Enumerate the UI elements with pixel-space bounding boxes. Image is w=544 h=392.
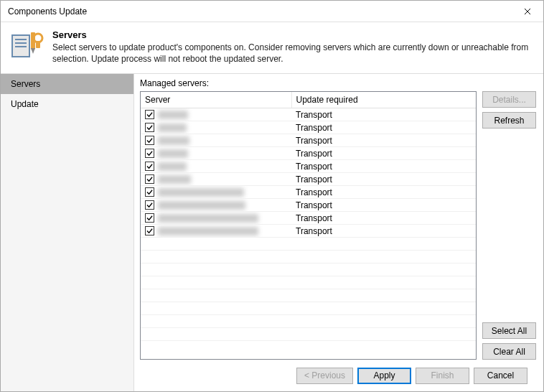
server-cell	[141, 160, 291, 173]
table-row[interactable]: Transport	[141, 186, 476, 199]
side-buttons: Details... Refresh Select All Clear All	[482, 91, 536, 360]
server-cell	[141, 121, 291, 134]
update-required-cell: Transport	[291, 199, 476, 212]
server-checkbox[interactable]	[145, 187, 154, 197]
previous-button[interactable]: < Previous	[296, 368, 353, 384]
table-row	[141, 263, 476, 276]
table-row[interactable]: Transport	[141, 212, 476, 225]
col-server[interactable]: Server	[141, 92, 291, 108]
spacer	[482, 133, 536, 318]
table-row	[141, 238, 476, 251]
table-row[interactable]: Transport	[141, 199, 476, 212]
check-icon	[146, 228, 153, 234]
servers-table: Server Update required TransportTranspor…	[141, 92, 476, 341]
check-icon	[146, 176, 153, 182]
table-row[interactable]: Transport	[141, 225, 476, 238]
window-title: Components Update	[8, 6, 87, 17]
sidebar: ServersUpdate	[1, 74, 134, 391]
check-icon	[146, 150, 153, 157]
server-update-icon	[9, 28, 44, 62]
server-checkbox[interactable]	[145, 123, 154, 132]
update-required-cell: Transport	[291, 160, 476, 173]
update-required-cell: Transport	[291, 186, 476, 199]
server-cell	[141, 108, 291, 121]
server-cell	[141, 225, 291, 238]
update-required-cell: Transport	[291, 108, 476, 121]
finish-button[interactable]: Finish	[416, 368, 469, 384]
server-cell	[141, 134, 291, 147]
server-name-redacted	[158, 136, 189, 145]
body: ServersUpdate Managed servers: Server Up…	[1, 73, 543, 391]
update-required-cell: Transport	[291, 121, 476, 134]
table-row	[141, 276, 476, 289]
server-cell	[141, 212, 291, 225]
server-cell	[141, 199, 291, 212]
update-required-cell: Transport	[291, 134, 476, 147]
table-row	[141, 302, 476, 315]
servers-table-wrap[interactable]: Server Update required TransportTranspor…	[140, 91, 477, 360]
check-icon	[146, 163, 153, 169]
server-checkbox[interactable]	[145, 110, 154, 119]
table-row[interactable]: Transport	[141, 147, 476, 160]
table-row	[141, 328, 476, 341]
server-cell	[141, 147, 291, 160]
col-update[interactable]: Update required	[291, 92, 476, 108]
server-name-redacted	[158, 227, 258, 235]
check-icon	[146, 137, 153, 144]
header-title: Servers	[52, 29, 535, 40]
close-button[interactable]	[511, 1, 543, 22]
server-name-redacted	[158, 111, 188, 119]
table-row	[141, 289, 476, 302]
sidebar-item-update[interactable]: Update	[1, 94, 133, 114]
server-name-redacted	[158, 201, 245, 210]
server-checkbox[interactable]	[145, 136, 154, 145]
sidebar-item-servers[interactable]: Servers	[1, 74, 133, 94]
server-checkbox[interactable]	[145, 200, 154, 210]
check-icon	[146, 124, 153, 131]
main-row: Server Update required TransportTranspor…	[140, 91, 536, 360]
server-name-redacted	[158, 149, 188, 158]
titlebar: Components Update	[1, 1, 543, 22]
update-required-cell: Transport	[291, 212, 476, 225]
server-checkbox[interactable]	[145, 226, 154, 235]
check-icon	[146, 189, 153, 195]
server-name-redacted	[158, 162, 187, 171]
details-button[interactable]: Details...	[482, 91, 536, 108]
update-required-cell: Transport	[291, 147, 476, 160]
dialog-window: Components Update Servers Select servers…	[0, 0, 544, 392]
select-all-button[interactable]: Select All	[482, 322, 536, 339]
table-row[interactable]: Transport	[141, 173, 476, 186]
server-checkbox[interactable]	[145, 149, 154, 158]
svg-rect-6	[36, 41, 40, 48]
check-icon	[146, 202, 153, 208]
check-icon	[146, 215, 153, 221]
table-row	[141, 315, 476, 328]
table-row[interactable]: Transport	[141, 160, 476, 173]
main-panel: Managed servers: Server Update required …	[134, 74, 543, 391]
table-row[interactable]: Transport	[141, 121, 476, 134]
server-cell	[141, 186, 291, 199]
check-icon	[146, 111, 153, 118]
server-name-redacted	[158, 175, 191, 184]
clear-all-button[interactable]: Clear All	[482, 343, 536, 360]
update-required-cell: Transport	[291, 225, 476, 238]
table-row	[141, 251, 476, 263]
table-row[interactable]: Transport	[141, 134, 476, 147]
table-row[interactable]: Transport	[141, 108, 476, 121]
server-name-redacted	[158, 214, 258, 223]
server-checkbox[interactable]	[145, 162, 154, 171]
cancel-button[interactable]: Cancel	[474, 368, 527, 384]
header-description: Select servers to update product's compo…	[52, 42, 535, 65]
header: Servers Select servers to update product…	[1, 22, 543, 73]
footer: < Previous Apply Finish Cancel	[140, 360, 536, 391]
server-name-redacted	[158, 188, 244, 197]
managed-servers-label: Managed servers:	[140, 78, 536, 88]
update-required-cell: Transport	[291, 173, 476, 186]
apply-button[interactable]: Apply	[357, 368, 411, 384]
refresh-button[interactable]: Refresh	[482, 112, 536, 129]
server-name-redacted	[158, 123, 187, 132]
server-checkbox[interactable]	[145, 213, 154, 223]
close-icon	[524, 8, 531, 15]
header-text: Servers Select servers to update product…	[52, 28, 535, 65]
server-checkbox[interactable]	[145, 174, 154, 184]
